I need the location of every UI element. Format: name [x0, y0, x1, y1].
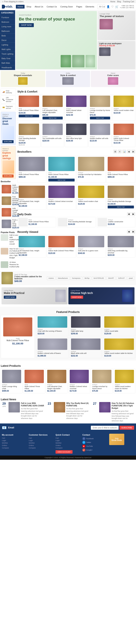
brand-peart[interactable]: peart	[127, 276, 135, 280]
bestseller-list-item-3[interactable]: Artis Lounge Three Pillow $125.00	[1, 206, 16, 218]
prod1-addcart[interactable]: Add to Cart	[19, 114, 39, 118]
nav-contact[interactable]: Contact Us	[45, 5, 58, 8]
product-card-1[interactable]: Multi Multi-Colored Three Pillow $144.00…	[17, 94, 40, 121]
latest-prod-2[interactable]: Multi Multi-Colored Throw Pillow $1,100.…	[23, 368, 45, 394]
sidebar-item-bedroom[interactable]: Bedroom	[0, 20, 15, 24]
top-link-blog[interactable]: Blog	[117, 0, 121, 3]
news-card-1[interactable]: 29 APR Fall in Love With FURNITURE SOFA …	[1, 402, 45, 422]
explore-btn[interactable]: EXPLORE	[2, 174, 14, 178]
brand-smart[interactable]: SMART	[106, 276, 116, 280]
bs-prod2-addcart[interactable]: Add to Cart	[48, 179, 75, 182]
daily-prev-btn[interactable]: ◀	[127, 212, 131, 216]
googleplus-icon[interactable]: g+	[82, 448, 85, 452]
footer-services-cart[interactable]: Cart	[29, 437, 54, 439]
subscribe-button[interactable]: SUBSCRIBE	[119, 426, 134, 430]
chart-view-icon[interactable]: 📊	[122, 150, 126, 154]
nav-coming[interactable]: Coming Soon	[59, 5, 74, 8]
bs-prod-1[interactable]: Multi Multi-Colored Throw Pillow $895.00	[17, 156, 46, 183]
newsletter-email-input[interactable]	[91, 426, 119, 430]
sidebar-item-track[interactable]: Track Lighting	[0, 52, 15, 56]
list-view-icon[interactable]: ≡	[118, 150, 122, 154]
bs-prod-6[interactable]: Antique Modern Colored Velvet Armchair $…	[47, 184, 76, 210]
nav-home[interactable]: Home	[16, 5, 24, 8]
brand-s2rast[interactable]: S2RAST	[116, 276, 126, 280]
promo-decor[interactable]: Decor Color score	[91, 71, 135, 87]
latest-prod-1[interactable]: Antique Foam Lounge Wing Chair $499.00	[1, 368, 22, 394]
sidebar-item-walllights[interactable]: Wall Lights	[0, 47, 15, 52]
prod4-addcart[interactable]: Add to Cart	[90, 117, 110, 120]
product-card-2[interactable]: Antique Loft Industrial Chair, Height Ad…	[41, 94, 64, 121]
grid-view-icon[interactable]: ⊞	[113, 150, 117, 154]
sidebar-item-bathroom[interactable]: Bathroom	[0, 29, 15, 34]
facebook-icon[interactable]: f	[82, 437, 85, 440]
deal-item-1[interactable]: Multi Multi-Colored Throw Pillow $1,100.…	[17, 217, 56, 227]
brand-homepress[interactable]: homepress	[70, 276, 82, 280]
bs-prod-5[interactable]: Antique Loft Industrial Chair, Height Ad…	[17, 184, 46, 210]
sidebar-item-bathmats[interactable]: Bath Mats	[0, 61, 15, 66]
latest-prod-3[interactable]: Antique Loft Industrial Chair, Height Ad…	[46, 368, 68, 394]
brand-manufacturer[interactable]: Manufacturer	[56, 276, 70, 280]
promo-practical-card[interactable]: Living Room Make it Practical SHOP NOW	[1, 287, 68, 304]
promo-style[interactable]: Sofas Style & comfort	[46, 71, 90, 87]
post-item-2[interactable]: How To Get (A) Fabulous FURNITURE ON A T…	[1, 248, 16, 260]
footer-quick-cart[interactable]: Cart	[56, 437, 80, 439]
bestseller-list-item-2[interactable]: Free standing Bedside Storage $144.00	[1, 195, 16, 206]
footer-quick-login[interactable]: Login	[56, 440, 80, 442]
product-card-9[interactable]: Antique Modern leather soft sofa $110.00	[89, 122, 112, 147]
footer-quick-compare[interactable]: Compare	[56, 447, 80, 449]
product-card-10[interactable]: Antique Indoor Multi-Colored Throw Pillo…	[112, 122, 135, 147]
nav-elements[interactable]: Elements	[84, 5, 96, 8]
discover-btn[interactable]: EXPLORE	[2, 140, 14, 143]
rv-prod-3[interactable]: Antique Sofa artis for a game room $340.…	[77, 234, 106, 258]
view-account-btn[interactable]: VIEW ACCOUNT	[56, 450, 72, 454]
footer-services-compare[interactable]: Compare	[29, 447, 54, 449]
nav-shop[interactable]: Shop	[25, 5, 33, 8]
user-icon[interactable]: 👤	[107, 5, 110, 8]
recently-prev-btn[interactable]: ◀	[127, 230, 131, 234]
promo-hightech-card[interactable]: Living Room Choose high tech SHOP NOW	[68, 287, 135, 304]
practical-btn[interactable]: SHOP NOW	[4, 296, 16, 299]
rv-prod-1[interactable]: Antique Loft Industrial Chair, Height Ad…	[17, 234, 46, 258]
sidebar-item-lighting[interactable]: Lighting	[0, 43, 15, 47]
product-card-3[interactable]: Antique Multi-Colored Velvet Armchair $2…	[65, 94, 88, 121]
bs-prod-7[interactable]: Antique Yellow round modern chair $129.0…	[77, 184, 106, 210]
recently-next-btn[interactable]: ▶	[132, 230, 135, 234]
product-card-5[interactable]: Antique Yellow round modern chair $119.0…	[112, 94, 135, 121]
product-card-7[interactable]: Antique Too comfortable soft sofa $220.0…	[41, 122, 64, 147]
nav-about[interactable]: About Us	[33, 5, 45, 8]
bs-prod-4[interactable]: Multi Multi-Colored Throw Pillow $895.00	[106, 156, 135, 183]
sidebar-item-baby[interactable]: Baby Gear	[0, 56, 15, 61]
daily-next-btn[interactable]: ▶	[132, 212, 135, 216]
bs-prod-8[interactable]: Antique Free standing Bedside Storage $1…	[106, 184, 135, 210]
next-icon[interactable]: ▶	[132, 150, 135, 154]
footer-account-cart[interactable]: Cart	[2, 437, 27, 439]
post-item-3[interactable]: 15 More Reasons for FURNITURE	[1, 261, 16, 269]
bs-prod-2[interactable]: Multi Multi-Colored Throw Pillow $1,100.…	[47, 156, 76, 183]
footer-quick-orders[interactable]: Orders	[56, 444, 80, 446]
latest-prod-5[interactable]: Antique Lounge Armchair by Home Decor $7…	[91, 368, 113, 394]
feat-prod-3[interactable]: Antique Yellow round table $129.00	[103, 315, 135, 336]
feat-prod-2[interactable]: Modern Night table lamp $249.00	[70, 315, 102, 336]
feat-prod-5[interactable]: Antique Black white sofa soft $232.00	[70, 337, 102, 358]
news-card-2[interactable]: 23 Why You Really Need (A) FURNITURE So …	[46, 402, 90, 422]
brand-masterlee[interactable]: MASTERLEE	[92, 276, 106, 280]
brand-betep[interactable]: BeTep	[83, 276, 91, 280]
deal-item-2[interactable]: Antique Free standing Bedside Storage $1…	[57, 217, 96, 227]
bs-prod8-addcart[interactable]: Add to Cart	[108, 206, 134, 208]
news-card-3[interactable]: 27 How To Get (A) Fabulous FURNITURE ON …	[91, 402, 135, 422]
footer-account-compare[interactable]: Compare	[2, 447, 27, 449]
rv-prod-4[interactable]: Antique white-king comfortable big armch…	[106, 234, 135, 258]
bestseller-list-item-4[interactable]: From a Loft Wing Chair $125.00	[1, 218, 16, 230]
sidebar-item-beds[interactable]: Beds	[0, 34, 15, 38]
brand-motors[interactable]: motors	[47, 276, 56, 280]
bs-prod-3[interactable]: Antique Lounge Armchair by Fabulation $7…	[77, 156, 106, 183]
nav-pages[interactable]: Pages	[75, 5, 84, 8]
youtube-icon[interactable]: ▶	[82, 445, 85, 448]
latest-prod-6[interactable]: Antique Yellow round modern chairs for k…	[114, 368, 135, 394]
featured-main-product[interactable]: Multi Multi-Colored Throw Pillow $1,100.…	[1, 315, 35, 358]
sidebar-item-living[interactable]: Living room	[0, 24, 15, 29]
footer-services-orders[interactable]: Orders	[29, 444, 54, 446]
sidebar-item-decor[interactable]: Decor	[0, 38, 15, 43]
latest-prod-4[interactable]: Antique Modern Colored Velvet Armchair $…	[68, 368, 90, 394]
prod2-addcart[interactable]: Add to Cart	[43, 117, 63, 120]
